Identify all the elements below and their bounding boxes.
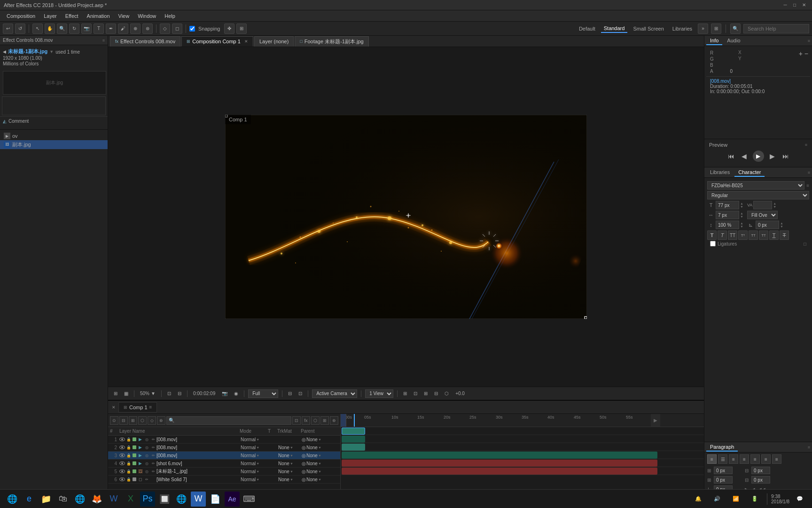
strikethrough-button[interactable]: T <box>780 230 789 240</box>
layer-row-3[interactable]: 3 🔒 ▶ ◎ ✏ [008.mov] Normal ▼ <box>108 452 340 460</box>
motion-path-btn[interactable]: ⬡ <box>138 416 147 425</box>
taskbar-ie-icon[interactable]: e <box>22 492 37 507</box>
tab-composition[interactable]: ⊞ Composition Comp 1 ✕ <box>181 36 253 47</box>
snapping-toggle[interactable]: Snapping <box>189 26 222 32</box>
minus-icon[interactable]: − <box>804 50 808 57</box>
dropdown-arrow-icon[interactable]: ▼ <box>49 49 54 54</box>
baseline-down[interactable]: ▼ <box>780 225 783 228</box>
layer-4-vis[interactable] <box>118 460 126 467</box>
layer-fx-btn[interactable]: fx <box>302 416 310 425</box>
layer-5-edit-icon[interactable]: ✏ <box>150 468 156 474</box>
zoom-display[interactable]: 50% ▼ <box>138 390 157 397</box>
layer-4-parent-arrow[interactable]: ▼ <box>318 462 321 465</box>
tl-menu-icon[interactable]: ≡ <box>149 405 152 410</box>
layer-4-mode-arrow[interactable]: ▼ <box>256 462 259 465</box>
caps-button[interactable]: TT <box>728 230 737 240</box>
text-tool[interactable]: T <box>94 24 104 34</box>
taskbar-folder-icon[interactable]: 📁 <box>39 492 54 507</box>
tab-info[interactable]: Info <box>706 37 722 45</box>
justify-right-button[interactable]: ≡ <box>761 454 771 464</box>
tracking-value-input[interactable] <box>716 211 739 219</box>
tab-close-comp[interactable]: ✕ <box>244 39 248 44</box>
comp-markers-btn[interactable]: ⊞ <box>129 416 137 425</box>
bold-button[interactable]: T <box>707 230 717 240</box>
baseline-up[interactable]: ▲ <box>780 222 783 225</box>
layer-switches-btn[interactable]: ⊛ <box>330 416 338 425</box>
ligatures-checkbox[interactable] <box>710 241 716 246</box>
font-style-select[interactable]: Regular <box>707 191 809 199</box>
solo-btn[interactable]: ⊙ <box>110 416 118 425</box>
menu-composition[interactable]: Composition <box>3 12 39 20</box>
3d-renderer-btn[interactable]: ⊟ <box>432 390 440 397</box>
motion-blur-btn[interactable]: ⊡ <box>297 390 304 397</box>
taskbar-notification-icon[interactable]: 🔔 <box>691 492 706 507</box>
layer-5-vis[interactable] <box>118 468 126 475</box>
layer-row-5[interactable]: 5 🔒 🖼 ◎ ✏ [未标题-1_.jpg] Normal ▼ <box>108 468 340 476</box>
taskbar-ae-icon[interactable]: Ae <box>225 492 240 507</box>
layer-2-tmat-arrow[interactable]: ▼ <box>290 446 293 449</box>
fill-select[interactable]: Fill Ove <box>747 211 778 219</box>
layer-4-solo-icon[interactable]: ◎ <box>144 460 149 466</box>
space-after-input[interactable] <box>751 476 770 484</box>
scale-up[interactable]: ▲ <box>740 222 743 225</box>
snapshot-btn[interactable]: 📷 <box>220 390 229 397</box>
region-of-interest-btn[interactable]: ⊞ <box>112 390 119 397</box>
justify-all-button[interactable]: ≡ <box>772 454 781 464</box>
workspace-small-screen[interactable]: Small Screen <box>630 25 666 32</box>
layer-6-lock[interactable]: 🔒 <box>126 476 132 482</box>
layer-2-lock[interactable]: 🔒 <box>126 444 132 450</box>
tab-layer[interactable]: Layer (none) <box>254 36 294 47</box>
new-comp-button[interactable]: ↩ <box>3 24 13 34</box>
underline-button[interactable]: T <box>769 230 779 240</box>
pen-tool[interactable]: ✒ <box>106 24 116 34</box>
taskbar-excel-icon[interactable]: X <box>123 492 138 507</box>
layer-5-lock[interactable]: 🔒 <box>126 468 132 474</box>
scale-down[interactable]: ▼ <box>740 225 743 228</box>
layer-3-edit-icon[interactable]: ✏ <box>150 452 156 458</box>
minimize-button[interactable]: ─ <box>781 1 789 9</box>
camera-tool[interactable]: 📷 <box>81 24 92 34</box>
tab-audio[interactable]: Audio <box>723 37 744 45</box>
taskbar-firefox-icon[interactable]: 🦊 <box>89 492 104 507</box>
layer-options-btn[interactable]: ⊡ <box>292 416 301 425</box>
layer-4-lock[interactable]: 🔒 <box>126 460 132 466</box>
paint-tool[interactable]: 🖌 <box>118 24 128 34</box>
hand-tool[interactable]: ✋ <box>45 24 55 34</box>
toggle-transparency-btn[interactable]: ⊞ <box>401 390 409 397</box>
layer-row-6[interactable]: 6 🔒 ◻ ✏ [White Solid 7] Normal ▼ <box>108 476 340 484</box>
workspace-expand-button[interactable]: » <box>698 24 708 34</box>
selection-tool[interactable]: ↖ <box>32 24 43 34</box>
layer-stagger-btn[interactable]: ⊞ <box>320 416 329 425</box>
snapping-checkbox[interactable] <box>189 26 195 32</box>
taskbar-preview-icon[interactable]: 🔲 <box>157 492 172 507</box>
menu-window[interactable]: Window <box>134 12 160 20</box>
layer-1-solo-icon[interactable]: ◎ <box>144 437 149 442</box>
skip-to-start-button[interactable]: ⏮ <box>726 151 736 161</box>
layer-5-parent-arrow[interactable]: ▼ <box>318 470 321 473</box>
quality-select[interactable]: Full Half Third Quarter <box>248 389 278 398</box>
playhead[interactable] <box>354 414 355 427</box>
tab-effect-controls[interactable]: fx Effect Controls 008.mov <box>110 36 180 47</box>
timeline-comp-tab[interactable]: ⊞ Comp 1 ≡ <box>118 402 157 413</box>
frame-blending-btn[interactable]: ⊟ <box>286 390 294 397</box>
align-center-button[interactable]: ☰ <box>718 454 727 464</box>
play-pause-button[interactable]: ▶ <box>753 151 764 162</box>
taskbar-store-icon[interactable]: 🛍 <box>55 492 70 507</box>
taskbar-browser-icon[interactable]: 🌐 <box>72 492 87 507</box>
taskbar-word-icon[interactable]: W <box>106 492 121 507</box>
align-left-button[interactable]: ≡ <box>707 454 717 464</box>
super-script-button[interactable]: TT <box>749 230 758 240</box>
tv-down[interactable]: ▼ <box>740 215 743 218</box>
fast-preview-btn[interactable]: ⬡ <box>443 390 451 397</box>
layer-3-mode-arrow[interactable]: ▼ <box>256 454 259 457</box>
indent-right-input[interactable] <box>751 467 770 474</box>
script-btn[interactable]: ⊛ <box>157 416 165 425</box>
layer-1-vis[interactable] <box>118 436 126 443</box>
transparency-grid-btn[interactable]: ▦ <box>122 390 130 397</box>
timeline-offset-btn[interactable]: +0.0 <box>453 390 467 397</box>
workspace-libraries[interactable]: Libraries <box>670 25 695 32</box>
menu-layer[interactable]: Layer <box>40 12 61 20</box>
undo-button[interactable]: ↺ <box>15 24 25 34</box>
justify-left-button[interactable]: ≡ <box>740 454 749 464</box>
layer-5-solo-icon[interactable]: ◎ <box>144 468 149 474</box>
